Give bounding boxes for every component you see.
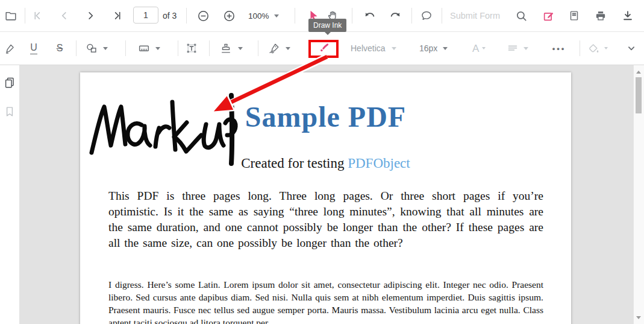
text-color-icon: A <box>472 43 479 54</box>
undo-button[interactable] <box>360 6 379 25</box>
document-title: Sample PDF <box>80 100 571 133</box>
chevron-down-icon <box>155 47 160 50</box>
scrollbar-thumb[interactable] <box>636 77 642 113</box>
divider <box>258 40 258 56</box>
panel-toggle-button[interactable] <box>1 6 20 25</box>
page-number-input[interactable] <box>133 7 158 24</box>
divider <box>186 8 187 24</box>
zoom-level-label: 100% <box>248 11 269 21</box>
thumbnails-panel-button[interactable] <box>2 75 17 91</box>
red-highlight-box <box>308 40 339 58</box>
divider <box>411 8 412 24</box>
font-family-dropdown[interactable]: Helvetica <box>351 32 396 65</box>
chevron-down-icon <box>604 47 608 49</box>
font-size-dropdown[interactable]: 16px <box>419 32 448 65</box>
bookmark-icon <box>3 105 16 118</box>
chevron-down-icon <box>443 47 448 50</box>
zoom-out-icon <box>196 9 210 23</box>
outlines-panel-button[interactable] <box>2 104 17 119</box>
viewer-content: Sample PDF Created for testing PDFObject… <box>0 65 644 324</box>
more-options-button[interactable]: ••• <box>546 39 572 58</box>
stamp-icon <box>219 42 233 55</box>
print-button[interactable] <box>591 6 610 25</box>
download-icon <box>621 9 634 22</box>
last-page-icon <box>110 9 123 22</box>
ruler-icon <box>137 42 151 55</box>
chevron-right-icon <box>84 9 97 22</box>
shapes-icon <box>85 42 98 55</box>
chevron-down-icon <box>274 14 279 17</box>
vertical-scrollbar[interactable] <box>633 65 644 324</box>
comments-button[interactable] <box>417 6 436 25</box>
zoom-level-dropdown[interactable]: 100% <box>248 0 279 31</box>
annotate-mode-button[interactable] <box>539 6 558 25</box>
previous-page-button[interactable] <box>55 6 74 25</box>
divider <box>442 8 442 24</box>
text-color-dropdown[interactable]: A <box>472 32 486 65</box>
free-text-tool-button[interactable] <box>182 39 201 58</box>
fill-color-dropdown[interactable] <box>587 32 608 65</box>
page-count-label: of 3 <box>163 0 177 31</box>
text-align-dropdown[interactable] <box>506 32 528 65</box>
shapes-tool-dropdown[interactable] <box>85 32 108 65</box>
signature-tool-dropdown[interactable] <box>267 32 290 65</box>
underline-tool-button[interactable]: U <box>24 39 43 58</box>
pages-icon <box>3 76 16 89</box>
ruler-tool-dropdown[interactable] <box>137 32 160 65</box>
draw-ink-tooltip: Draw Ink <box>308 19 346 32</box>
subtitle-text: Created for testing <box>241 156 348 171</box>
marker-pen-icon <box>4 42 16 55</box>
paint-bucket-icon <box>587 42 600 55</box>
first-page-button[interactable] <box>29 6 48 25</box>
redo-button[interactable] <box>386 6 405 25</box>
pdf-viewer-app: { "tooltip": { "label": "Draw Ink" }, "t… <box>0 0 644 324</box>
zoom-in-icon <box>222 9 236 23</box>
notes-panel-button[interactable] <box>564 6 584 25</box>
paragraph: This PDF is three pages long. Three long… <box>108 188 543 251</box>
pdf-page: Sample PDF Created for testing PDFObject… <box>80 72 571 324</box>
pdfobject-link[interactable]: PDFObject <box>348 156 410 171</box>
left-sidebar <box>0 65 19 324</box>
chevron-down-icon <box>238 47 243 50</box>
next-page-button[interactable] <box>81 6 100 25</box>
collapse-toolbar-button[interactable] <box>622 39 641 58</box>
font-family-label: Helvetica <box>351 43 386 53</box>
chevron-down-icon <box>286 47 290 50</box>
zoom-in-button[interactable] <box>219 6 239 25</box>
divider <box>125 40 126 56</box>
divider <box>352 8 352 24</box>
edit-annotation-icon <box>542 9 555 22</box>
search-icon <box>514 9 528 23</box>
printer-icon <box>594 9 607 22</box>
chevron-down-icon <box>392 47 396 50</box>
document-scroll-area[interactable]: Sample PDF Created for testing PDFObject… <box>19 65 634 324</box>
notes-list-icon <box>567 9 581 22</box>
strikeout-tool-button[interactable]: S <box>50 39 69 58</box>
search-button[interactable] <box>511 6 531 25</box>
divider <box>76 40 77 56</box>
ellipsis-icon: ••• <box>552 44 566 53</box>
divider <box>209 40 210 56</box>
align-lines-icon <box>506 42 519 55</box>
chevron-down-icon <box>103 47 108 50</box>
zoom-out-button[interactable] <box>193 6 213 25</box>
document-subtitle: Created for testing PDFObject <box>80 156 571 171</box>
tooltip-label: Draw Ink <box>313 21 342 30</box>
first-page-icon <box>32 9 45 22</box>
scroll-down-arrow[interactable] <box>636 316 641 319</box>
divider <box>178 40 178 56</box>
chevron-down-icon <box>482 47 486 49</box>
scroll-up-arrow[interactable] <box>636 71 641 74</box>
submit-form-button[interactable]: Submit Form <box>450 0 500 31</box>
paragraph: I digress. Here’s some Latin. Lorem ipsu… <box>108 278 543 324</box>
folder-icon <box>4 9 17 22</box>
highlight-tool-button[interactable] <box>0 39 19 58</box>
download-button[interactable] <box>618 6 637 25</box>
divider <box>295 8 295 24</box>
chevron-down-icon <box>524 47 528 50</box>
divider <box>25 8 25 24</box>
stamp-tool-dropdown[interactable] <box>219 32 243 65</box>
underline-icon: U <box>30 43 37 54</box>
text-box-icon <box>185 42 198 55</box>
last-page-button[interactable] <box>107 6 126 25</box>
